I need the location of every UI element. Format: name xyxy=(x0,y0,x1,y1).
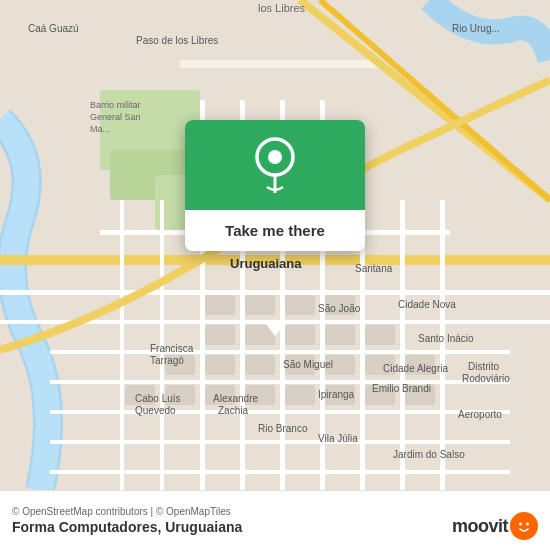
svg-text:Ma...: Ma... xyxy=(90,124,110,134)
moovit-logo: moovit xyxy=(452,512,538,540)
svg-rect-30 xyxy=(325,325,355,345)
svg-text:los Libres: los Libres xyxy=(258,2,306,14)
location-pin-icon xyxy=(253,137,297,193)
svg-text:Aeroporto: Aeroporto xyxy=(458,409,502,420)
svg-text:São Miguel: São Miguel xyxy=(283,359,333,370)
svg-text:Ipiranga: Ipiranga xyxy=(318,389,355,400)
svg-point-77 xyxy=(514,516,534,536)
svg-point-79 xyxy=(526,523,529,526)
popup-header xyxy=(185,120,365,210)
svg-text:São João: São João xyxy=(318,303,361,314)
svg-text:Uruguaiana: Uruguaiana xyxy=(230,256,302,271)
svg-text:Rodoviário: Rodoviário xyxy=(462,373,510,384)
svg-text:Vila Júlia: Vila Júlia xyxy=(318,433,358,444)
svg-rect-32 xyxy=(205,355,235,375)
svg-rect-20 xyxy=(440,200,445,490)
svg-rect-25 xyxy=(285,295,315,315)
svg-rect-4 xyxy=(180,60,380,68)
svg-text:Cidade Alegria: Cidade Alegria xyxy=(383,363,448,374)
svg-rect-7 xyxy=(0,290,550,295)
svg-rect-27 xyxy=(205,325,235,345)
svg-text:Caá Guazú: Caá Guazú xyxy=(28,23,79,34)
moovit-icon xyxy=(510,512,538,540)
svg-rect-22 xyxy=(120,200,124,490)
svg-text:Jardim do Salso: Jardim do Salso xyxy=(393,449,465,460)
svg-text:Santo Inácio: Santo Inácio xyxy=(418,333,474,344)
svg-text:Tarragó: Tarragó xyxy=(150,355,184,366)
popup-card: Take me there xyxy=(185,120,365,251)
svg-rect-31 xyxy=(365,325,395,345)
map-container: los Libres Caá Guazú Paso de los Libres … xyxy=(0,0,550,490)
svg-rect-41 xyxy=(285,385,315,405)
svg-text:Rio Urug...: Rio Urug... xyxy=(452,23,500,34)
bottom-bar: © OpenStreetMap contributors | © OpenMap… xyxy=(0,490,550,550)
popup-tail xyxy=(263,320,287,336)
svg-text:Distrito: Distrito xyxy=(468,361,500,372)
svg-rect-29 xyxy=(285,325,315,345)
svg-point-78 xyxy=(519,523,522,526)
svg-text:Alexandre: Alexandre xyxy=(213,393,258,404)
svg-rect-23 xyxy=(205,295,235,315)
svg-text:Rio Branco: Rio Branco xyxy=(258,423,308,434)
svg-text:Paso de los Libres: Paso de los Libres xyxy=(136,35,218,46)
svg-rect-24 xyxy=(245,295,275,315)
take-me-there-button[interactable]: Take me there xyxy=(185,210,365,251)
svg-point-76 xyxy=(268,150,282,164)
svg-text:Cidade Nova: Cidade Nova xyxy=(398,299,456,310)
moovit-text: moovit xyxy=(452,516,508,537)
svg-text:Barrio militar: Barrio militar xyxy=(90,100,141,110)
svg-text:Santana: Santana xyxy=(355,263,393,274)
svg-rect-19 xyxy=(400,200,405,490)
svg-text:General San: General San xyxy=(90,112,141,122)
svg-rect-33 xyxy=(245,355,275,375)
svg-text:Zachia: Zachia xyxy=(218,405,248,416)
svg-text:Quevedo: Quevedo xyxy=(135,405,176,416)
svg-text:Emilio Brandi: Emilio Brandi xyxy=(372,383,431,394)
svg-text:Cabo Luís: Cabo Luís xyxy=(135,393,181,404)
svg-text:Francisca: Francisca xyxy=(150,343,194,354)
